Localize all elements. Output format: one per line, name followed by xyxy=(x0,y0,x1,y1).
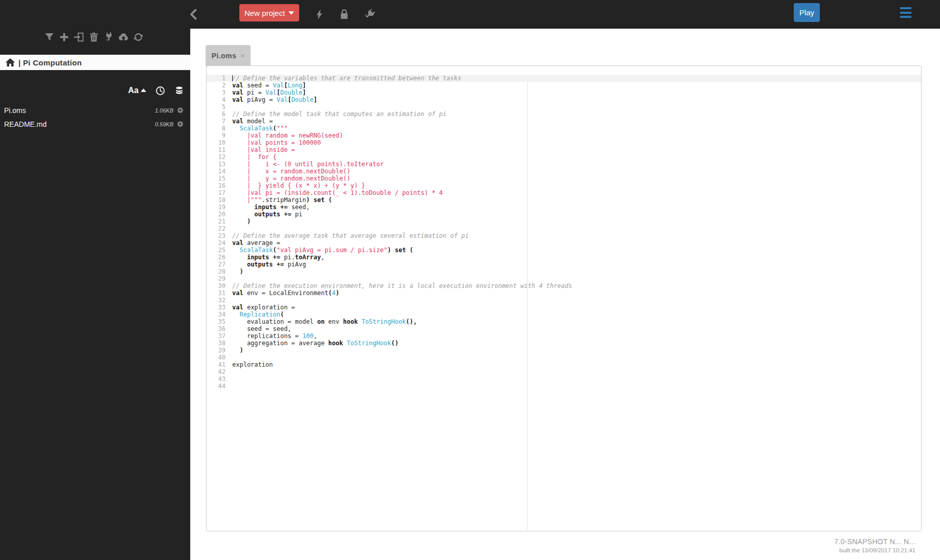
trash-icon[interactable] xyxy=(88,32,99,42)
code-line[interactable]: 41exploration xyxy=(207,361,921,368)
code-line[interactable]: 28 ) xyxy=(207,268,921,275)
line-number: 41 xyxy=(207,361,232,368)
code-line[interactable]: 36 seed = seed, xyxy=(207,325,921,332)
close-icon[interactable]: × xyxy=(240,52,244,59)
line-number: 23 xyxy=(207,232,232,239)
code-text: |val random = newRNG(seed) xyxy=(232,132,343,139)
code-line[interactable]: 29 xyxy=(207,275,921,282)
code-editor[interactable]: 1// Define the variables that are transm… xyxy=(206,65,922,531)
code-text: | for { xyxy=(232,153,277,161)
tab-label: Pi.oms xyxy=(211,52,236,60)
code-line[interactable]: 33val exploration = xyxy=(207,304,921,311)
new-project-label: New project xyxy=(244,9,285,17)
code-text: |val points = 100000 xyxy=(232,139,321,146)
code-text: seed = seed, xyxy=(232,325,292,332)
code-line[interactable]: 40 xyxy=(207,354,921,361)
code-text: ) xyxy=(232,347,243,354)
code-line[interactable]: 22 xyxy=(207,225,921,232)
hamburger-menu-icon[interactable] xyxy=(900,7,911,18)
code-line[interactable]: 31val env = LocalEnvironment(4) xyxy=(207,289,921,297)
code-line[interactable]: 37 replications = 100, xyxy=(207,332,921,340)
code-line[interactable]: 30// Define the execution environment, h… xyxy=(207,282,921,289)
code-line[interactable]: 3val pi = Val[Double] xyxy=(207,89,921,96)
line-number: 17 xyxy=(207,189,232,196)
line-number: 7 xyxy=(207,118,232,125)
line-number: 3 xyxy=(207,89,232,96)
code-text: ) xyxy=(232,268,243,275)
home-icon[interactable] xyxy=(5,57,15,68)
paste-icon[interactable] xyxy=(74,32,84,42)
file-row[interactable]: Pi.oms1.06KB xyxy=(0,103,190,117)
line-number: 25 xyxy=(207,247,232,254)
cloud-upload-icon[interactable] xyxy=(118,32,129,42)
code-line[interactable]: 12 | for { xyxy=(207,153,921,161)
code-line[interactable]: 24val average = xyxy=(207,239,921,247)
tab-pi-oms[interactable]: Pi.oms × xyxy=(206,45,251,66)
line-number: 6 xyxy=(207,110,232,118)
code-line[interactable]: 17 |val pi = (inside.count(_ < 1).toDoub… xyxy=(207,189,921,196)
code-line[interactable]: 14 | x = random.nextDouble() xyxy=(207,168,921,175)
line-number: 11 xyxy=(207,146,232,153)
code-line[interactable]: 39 ) xyxy=(207,347,921,354)
code-line[interactable]: 5 xyxy=(207,103,921,110)
database-icon[interactable] xyxy=(174,86,184,96)
code-text: outputs += piAvg xyxy=(232,261,306,268)
code-line[interactable]: 44 xyxy=(207,383,921,390)
file-row[interactable]: README.md0.59KB xyxy=(0,117,190,131)
code-line[interactable]: 34 Replication( xyxy=(207,311,921,318)
code-line[interactable]: 23// Define the average task that averag… xyxy=(207,232,921,239)
code-line[interactable]: 8 ScalaTask(""" xyxy=(207,125,921,132)
code-text: exploration xyxy=(232,361,273,368)
code-line[interactable]: 26 inputs += pi.toArray, xyxy=(207,254,921,261)
code-line[interactable]: 7val model = xyxy=(207,118,921,125)
back-icon[interactable] xyxy=(186,7,202,22)
code-text: | x = random.nextDouble() xyxy=(232,168,350,175)
code-line[interactable]: 25 ScalaTask("val piAvg = pi.sum / pi.si… xyxy=(207,247,921,254)
project-header: | Pi Computation xyxy=(0,55,190,70)
code-line[interactable]: 42 xyxy=(207,368,921,375)
line-number: 39 xyxy=(207,347,232,354)
code-line[interactable]: 43 xyxy=(207,375,921,383)
code-line[interactable]: 9 |val random = newRNG(seed) xyxy=(207,132,921,139)
plug-icon[interactable] xyxy=(103,32,114,42)
code-line[interactable]: 6// Define the model task that computes … xyxy=(207,110,921,118)
lightning-icon[interactable] xyxy=(313,7,326,21)
code-line[interactable]: 4val piAvg = Val[Double] xyxy=(207,96,921,103)
code-text: val pi = Val[Double] xyxy=(232,89,306,96)
new-project-button[interactable]: New project xyxy=(239,4,299,21)
lock-icon[interactable] xyxy=(338,7,351,22)
play-button[interactable]: Play xyxy=(794,3,820,22)
code-text: val env = LocalEnvironment(4) xyxy=(232,289,340,297)
code-line[interactable]: 15 | y = random.nextDouble() xyxy=(207,175,921,182)
code-line[interactable]: 2val seed = Val[Long] xyxy=(207,82,921,89)
version-label: 7.0-SNAPSHOT N... N... xyxy=(834,537,915,546)
line-number: 29 xyxy=(207,275,232,282)
code-line[interactable]: 27 outputs += piAvg xyxy=(207,261,921,268)
code-line[interactable]: 11 |val inside = xyxy=(207,146,921,153)
code-text: // Define the average task that average … xyxy=(232,232,468,239)
clock-icon[interactable] xyxy=(155,86,165,96)
line-number: 38 xyxy=(207,340,232,347)
code-line[interactable]: 10 |val points = 100000 xyxy=(207,139,921,146)
code-text: | } yield { (x * x) + (y * y) } xyxy=(232,182,365,189)
code-line[interactable]: 32 xyxy=(207,297,921,304)
refresh-icon[interactable] xyxy=(133,32,144,42)
code-line[interactable]: 1// Define the variables that are transm… xyxy=(207,75,921,82)
sort-alpha-button[interactable]: Aa xyxy=(128,86,146,95)
line-number: 30 xyxy=(207,282,232,289)
plus-icon[interactable] xyxy=(59,32,70,42)
code-line[interactable]: 18 |""".stripMargin) set ( xyxy=(207,196,921,204)
gear-icon[interactable] xyxy=(176,120,184,128)
code-line[interactable]: 38 aggregation = average hook ToStringHo… xyxy=(207,340,921,347)
code-text: ScalaTask(""" xyxy=(232,125,287,132)
code-line[interactable]: 35 evaluation = model on env hook ToStri… xyxy=(207,318,921,325)
code-line[interactable]: 16 | } yield { (x * x) + (y * y) } xyxy=(207,182,921,189)
code-line[interactable]: 20 outputs += pi xyxy=(207,211,921,218)
filter-icon[interactable] xyxy=(44,32,55,42)
line-number: 19 xyxy=(207,204,232,211)
code-line[interactable]: 13 | i <- (0 until points).toIterator xyxy=(207,161,921,168)
code-line[interactable]: 21 ) xyxy=(207,218,921,225)
gear-icon[interactable] xyxy=(176,106,184,114)
code-line[interactable]: 19 inputs += seed, xyxy=(207,204,921,211)
plug-icon[interactable] xyxy=(362,7,376,22)
